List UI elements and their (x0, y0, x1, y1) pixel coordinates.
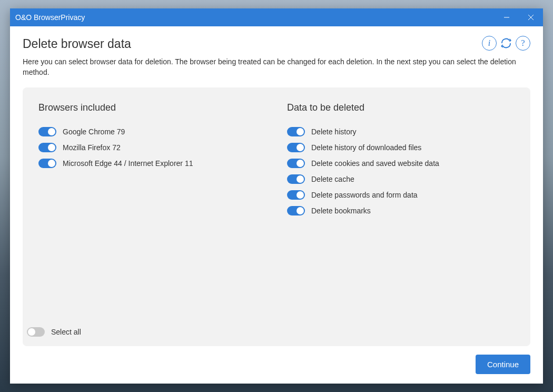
close-icon (528, 15, 534, 20)
data-item-toggle[interactable] (287, 206, 305, 215)
toggle-knob (297, 175, 304, 183)
data-item-label: Delete cache (311, 175, 354, 183)
close-button[interactable] (519, 8, 543, 26)
columns: Browsers included Google Chrome 79Mozill… (38, 102, 515, 321)
info-button[interactable]: i (482, 36, 497, 51)
browser-item-toggle[interactable] (38, 159, 56, 168)
toggle-knob (297, 144, 304, 151)
browser-item-label: Google Chrome 79 (63, 128, 125, 136)
data-item-label: Delete history of downloaded files (311, 143, 421, 152)
data-item-label: Delete history (311, 128, 357, 136)
browser-item-toggle[interactable] (38, 143, 56, 152)
data-item-label: Delete passwords and form data (311, 191, 418, 199)
browsers-heading: Browsers included (38, 102, 266, 113)
data-item-toggle[interactable] (287, 190, 305, 200)
window-controls (495, 8, 543, 26)
select-all-toggle[interactable] (27, 327, 45, 337)
data-heading: Data to be deleted (287, 102, 515, 113)
browser-item-label: Mozilla Firefox 72 (63, 143, 121, 152)
data-list: Delete historyDelete history of download… (287, 127, 515, 215)
app-title: O&O BrowserPrivacy (15, 13, 495, 22)
browser-item-row: Microsoft Edge 44 / Internet Explorer 11 (38, 159, 266, 168)
data-item-label: Delete bookmarks (311, 207, 371, 215)
data-item-toggle[interactable] (287, 143, 305, 152)
page-title: Delete browser data (23, 37, 131, 51)
data-item-row: Delete bookmarks (287, 206, 515, 215)
data-column: Data to be deleted Delete historyDelete … (287, 102, 515, 321)
data-item-row: Delete history of downloaded files (287, 143, 515, 152)
toggle-knob (297, 191, 304, 199)
data-item-toggle[interactable] (287, 174, 305, 184)
browser-item-row: Mozilla Firefox 72 (38, 143, 266, 152)
data-item-label: Delete cookies and saved website data (311, 159, 439, 168)
options-panel: Browsers included Google Chrome 79Mozill… (23, 87, 530, 346)
toggle-knob (48, 128, 55, 135)
svg-marker-3 (510, 38, 512, 42)
toggle-knob (48, 144, 55, 151)
toggle-knob (28, 328, 35, 336)
data-item-toggle[interactable] (287, 127, 305, 136)
svg-marker-4 (501, 44, 503, 48)
data-item-row: Delete cookies and saved website data (287, 159, 515, 168)
data-item-toggle[interactable] (287, 159, 305, 168)
data-item-row: Delete history (287, 127, 515, 136)
toggle-knob (297, 160, 304, 167)
toggle-knob (48, 160, 55, 167)
browser-item-row: Google Chrome 79 (38, 127, 266, 136)
refresh-icon (499, 36, 513, 50)
browsers-list: Google Chrome 79Mozilla Firefox 72Micros… (38, 127, 266, 168)
data-item-row: Delete passwords and form data (287, 190, 515, 200)
browsers-column: Browsers included Google Chrome 79Mozill… (38, 102, 266, 321)
browser-item-label: Microsoft Edge 44 / Internet Explorer 11 (63, 159, 193, 168)
content-area: Delete browser data i ? Here (10, 26, 543, 384)
titlebar: O&O BrowserPrivacy (10, 8, 543, 26)
app-window: O&O BrowserPrivacy Delete browser data i (10, 8, 543, 384)
minimize-button[interactable] (495, 8, 519, 26)
header-actions: i ? (482, 36, 530, 51)
continue-button[interactable]: Continue (476, 355, 530, 374)
browser-item-toggle[interactable] (38, 127, 56, 136)
refresh-button[interactable] (499, 36, 514, 51)
header-row: Delete browser data i ? (23, 37, 530, 56)
toggle-knob (297, 128, 304, 135)
select-all-row: Select all (27, 321, 515, 337)
toggle-knob (297, 207, 304, 214)
data-item-row: Delete cache (287, 174, 515, 184)
page-description: Here you can select browser data for del… (23, 56, 530, 78)
help-icon: ? (521, 38, 525, 48)
info-icon: i (488, 38, 490, 48)
select-all-label: Select all (51, 328, 81, 336)
help-button[interactable]: ? (516, 36, 530, 51)
minimize-icon (504, 15, 509, 20)
footer: Continue (23, 346, 530, 374)
